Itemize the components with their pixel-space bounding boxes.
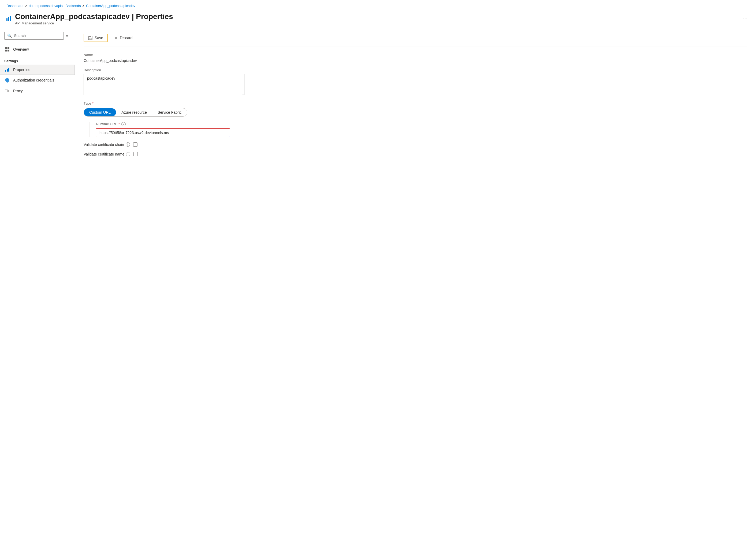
breadcrumb: Dashboard > dotnetpodcastdevapis | Backe… xyxy=(0,0,756,10)
content-area: Save ✕ Discard Name ContainerApp_podcast… xyxy=(75,29,756,538)
app-logo-icon xyxy=(6,16,11,21)
shield-icon xyxy=(5,78,10,83)
sidebar-item-proxy[interactable]: Proxy xyxy=(0,85,75,96)
validate-cert-chain-row: Validate certificate chain i xyxy=(84,142,747,147)
validate-cert-name-row: Validate certificate name i xyxy=(84,152,747,156)
runtime-url-required-star: * xyxy=(118,122,120,126)
sidebar-item-overview[interactable]: Overview xyxy=(0,44,75,55)
sidebar-collapse-button[interactable]: « xyxy=(64,32,70,39)
svg-rect-6 xyxy=(89,36,91,37)
sidebar-item-overview-label: Overview xyxy=(13,47,29,51)
search-input[interactable] xyxy=(14,33,61,38)
svg-rect-0 xyxy=(5,47,7,49)
svg-rect-8 xyxy=(90,38,91,39)
page-header: ContainerApp_podcastapicadev | Propertie… xyxy=(0,10,756,29)
validate-cert-name-label-group: Validate certificate name i xyxy=(84,152,130,156)
save-button[interactable]: Save xyxy=(84,34,108,42)
runtime-url-section: Runtime URL * i xyxy=(89,122,747,137)
sidebar: 🔍 « Overview Settings xyxy=(0,29,75,538)
breadcrumb-backends[interactable]: dotnetpodcastdevapis | Backends xyxy=(29,4,81,8)
sidebar-item-properties[interactable]: Properties xyxy=(0,65,75,75)
sidebar-item-properties-label: Properties xyxy=(13,68,30,72)
type-field-section: Type * Custom URL Azure resource Service… xyxy=(84,101,747,117)
description-field-section: Description podcastapicadev xyxy=(84,68,747,96)
discard-label: Discard xyxy=(120,36,132,40)
type-option-service-fabric[interactable]: Service Fabric xyxy=(152,108,187,116)
header-title-group: ContainerApp_podcastapicadev | Propertie… xyxy=(15,12,173,25)
page-title: ContainerApp_podcastapicadev | Propertie… xyxy=(15,12,173,21)
page-subtitle: API Management service xyxy=(15,21,173,25)
name-label: Name xyxy=(84,53,747,57)
sidebar-settings-title: Settings xyxy=(0,55,75,65)
type-label: Type * xyxy=(84,101,747,105)
runtime-url-input[interactable] xyxy=(96,128,230,137)
validate-cert-name-label: Validate certificate name xyxy=(84,152,124,156)
save-label: Save xyxy=(95,36,103,40)
validate-cert-chain-info-icon[interactable]: i xyxy=(126,142,130,147)
name-value: ContainerApp_podcastapicadev xyxy=(84,58,747,63)
save-floppy-icon xyxy=(88,36,92,40)
main-layout: 🔍 « Overview Settings xyxy=(0,29,756,538)
validate-cert-name-checkbox[interactable] xyxy=(133,152,138,156)
discard-x-icon: ✕ xyxy=(114,36,118,40)
svg-rect-4 xyxy=(5,90,8,92)
proxy-icon xyxy=(5,88,10,93)
validate-cert-name-info-icon[interactable]: i xyxy=(126,152,130,156)
type-option-custom-url[interactable]: Custom URL xyxy=(84,108,116,116)
runtime-url-info-icon[interactable]: i xyxy=(121,122,126,126)
overview-icon xyxy=(5,47,10,52)
sidebar-search-row: 🔍 « xyxy=(0,29,75,42)
validate-cert-chain-label: Validate certificate chain xyxy=(84,142,124,147)
description-textarea[interactable]: podcastapicadev xyxy=(84,74,244,95)
sidebar-item-auth-credentials[interactable]: Authorization credentials xyxy=(0,75,75,85)
breadcrumb-container-app[interactable]: ContainerApp_podcastapicadev xyxy=(86,4,135,8)
name-field-section: Name ContainerApp_podcastapicadev xyxy=(84,53,747,63)
sidebar-item-proxy-label: Proxy xyxy=(13,89,23,93)
type-option-azure-resource[interactable]: Azure resource xyxy=(116,108,152,116)
breadcrumb-dashboard[interactable]: Dashboard xyxy=(6,4,24,8)
search-box[interactable]: 🔍 xyxy=(4,32,64,40)
search-icon: 🔍 xyxy=(7,33,12,38)
svg-rect-2 xyxy=(5,50,7,51)
sidebar-nav: Overview Settings Properties xyxy=(0,42,75,538)
svg-rect-1 xyxy=(8,47,9,49)
discard-button[interactable]: ✕ Discard xyxy=(110,34,137,42)
type-selector: Custom URL Azure resource Service Fabric xyxy=(84,108,187,117)
toolbar: Save ✕ Discard xyxy=(84,29,747,46)
runtime-url-label: Runtime URL * i xyxy=(96,122,747,126)
description-label: Description xyxy=(84,68,747,72)
type-required-star: * xyxy=(92,101,94,105)
svg-rect-3 xyxy=(8,50,9,51)
more-options-button[interactable]: ··· xyxy=(741,14,750,23)
validate-cert-chain-checkbox[interactable] xyxy=(133,142,137,147)
sidebar-item-auth-credentials-label: Authorization credentials xyxy=(13,78,54,82)
validate-cert-chain-label-group: Validate certificate chain i xyxy=(84,142,130,147)
properties-icon xyxy=(5,68,10,72)
